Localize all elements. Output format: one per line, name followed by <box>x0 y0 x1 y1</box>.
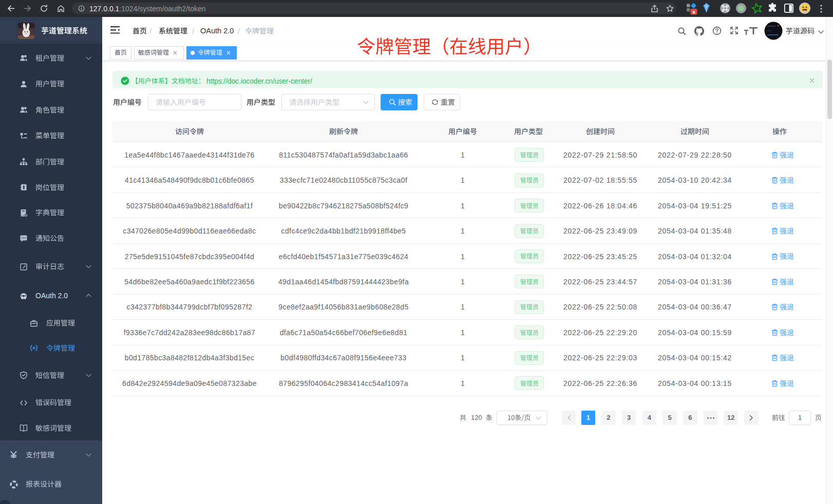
svg-text:9: 9 <box>692 9 695 15</box>
